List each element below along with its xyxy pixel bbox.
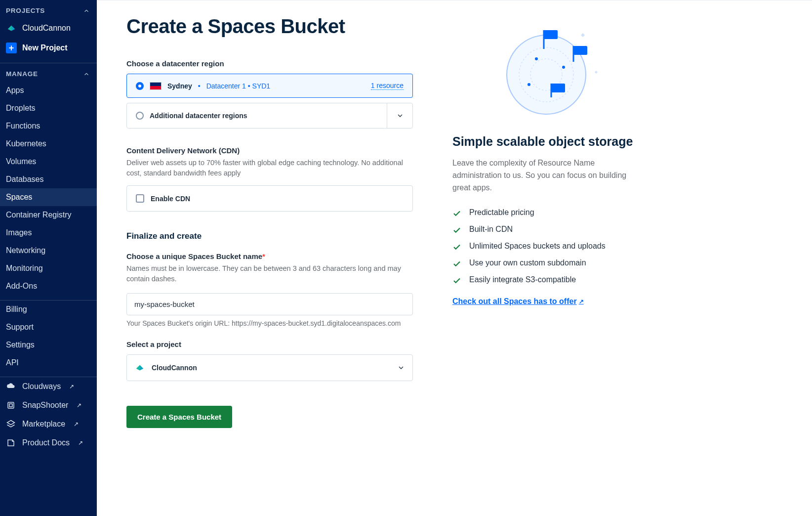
project-icon	[6, 23, 17, 34]
storage-illustration-icon	[482, 20, 610, 119]
projects-section-header[interactable]: PROJECTS	[0, 0, 97, 18]
sidebar-item-droplets[interactable]: Droplets	[0, 99, 97, 117]
check-icon	[452, 243, 461, 252]
region-name: Sydney	[167, 82, 192, 90]
cdn-heading: Content Delivery Network (CDN)	[126, 146, 413, 155]
select-project-label: Select a project	[126, 340, 413, 348]
project-select[interactable]: CloudCannon	[126, 354, 413, 381]
svg-rect-0	[8, 402, 14, 408]
radio-unselected-icon	[136, 112, 144, 120]
external-link-icon: ↗	[77, 402, 81, 409]
sidebar-item-billing[interactable]: Billing	[0, 301, 97, 318]
svg-point-7	[535, 57, 538, 60]
bucket-name-label: Choose a unique Spaces Bucket name*	[126, 252, 413, 260]
chevron-down-icon	[397, 364, 405, 372]
sidebar: PROJECTS CloudCannon + New Project MANAG…	[0, 0, 97, 516]
check-icon	[452, 259, 461, 268]
sidebar-item-container-registry[interactable]: Container Registry	[0, 206, 97, 224]
sidebar-item-apps[interactable]: Apps	[0, 82, 97, 99]
sidebar-item-databases[interactable]: Databases	[0, 171, 97, 188]
chevron-down-icon	[396, 112, 404, 120]
manage-header-label: MANAGE	[6, 70, 38, 78]
radio-selected-icon	[136, 82, 144, 90]
region-datacenter: Datacenter 1 • SYD1	[206, 82, 270, 90]
external-link-icon: ↗	[69, 383, 74, 390]
additional-regions-toggle[interactable]: Additional datacenter regions	[126, 103, 413, 129]
region-option-sydney[interactable]: Sydney • Datacenter 1 • SYD1 1 resource	[126, 74, 413, 98]
feature-item: Easily integrate S3-compatible	[452, 275, 640, 285]
sidebar-item-spaces[interactable]: Spaces	[0, 188, 97, 206]
aside-heading: Simple scalable object storage	[452, 134, 640, 149]
external-link-icon: ↗	[579, 298, 584, 305]
svg-rect-10	[573, 46, 587, 55]
feature-item: Predictable pricing	[452, 208, 640, 218]
sidebar-item-functions[interactable]: Functions	[0, 117, 97, 135]
region-section-label: Choose a datacenter region	[126, 59, 413, 68]
sidebar-footer-snapshooter[interactable]: SnapShooter↗	[0, 396, 97, 415]
feature-item: Use your own custom subdomain	[452, 258, 640, 268]
aside-description: Leave the complexity of Resource Name ad…	[452, 157, 640, 194]
feature-item: Built-in CDN	[452, 225, 640, 235]
sidebar-item-add-ons[interactable]: Add-Ons	[0, 277, 97, 295]
chevron-up-icon	[83, 7, 90, 14]
region-resource-link[interactable]: 1 resource	[371, 82, 404, 90]
svg-rect-8	[544, 30, 558, 39]
create-spaces-bucket-button[interactable]: Create a Spaces Bucket	[126, 406, 232, 428]
svg-rect-1	[9, 404, 12, 407]
sidebar-footer-product-docs[interactable]: Product Docs↗	[0, 433, 97, 452]
projects-header-label: PROJECTS	[6, 7, 45, 14]
feature-item: Unlimited Spaces buckets and uploads	[452, 242, 640, 252]
enable-cdn-label: Enable CDN	[151, 195, 190, 203]
bucket-name-description: Names must be in lowercase. They can be …	[126, 263, 413, 284]
new-project-button[interactable]: + New Project	[0, 38, 97, 58]
sidebar-item-settings[interactable]: Settings	[0, 336, 97, 354]
check-icon	[452, 209, 461, 218]
sidebar-footer-marketplace[interactable]: Marketplace↗	[0, 415, 97, 433]
sidebar-footer-cloudways[interactable]: Cloudways↗	[0, 377, 97, 396]
svg-rect-12	[551, 84, 565, 92]
page-title: Create a Spaces Bucket	[126, 15, 413, 38]
check-icon	[452, 276, 461, 285]
svg-point-6	[562, 66, 565, 69]
product-docs-icon	[6, 438, 16, 448]
marketplace-icon	[6, 419, 16, 429]
snapshooter-icon	[6, 400, 16, 410]
form-column: Create a Spaces Bucket Choose a datacent…	[126, 15, 413, 496]
feature-list: Predictable pricingBuilt-in CDNUnlimited…	[452, 208, 640, 285]
additional-regions-label: Additional datacenter regions	[150, 112, 247, 120]
sidebar-item-kubernetes[interactable]: Kubernetes	[0, 135, 97, 153]
main-content: Create a Spaces Bucket Choose a datacent…	[97, 0, 812, 516]
expand-caret[interactable]	[387, 103, 412, 128]
project-icon	[134, 362, 145, 373]
chevron-up-icon	[83, 71, 90, 78]
spaces-offer-link[interactable]: Check out all Spaces has to offer ↗	[452, 297, 584, 306]
sidebar-item-images[interactable]: Images	[0, 224, 97, 242]
bucket-name-input[interactable]	[126, 293, 413, 315]
external-link-icon: ↗	[74, 421, 79, 428]
plus-icon: +	[6, 43, 17, 53]
sidebar-project-cloudcannon[interactable]: CloudCannon	[0, 18, 97, 38]
svg-point-5	[528, 83, 530, 86]
selected-project-name: CloudCannon	[152, 364, 391, 372]
manage-section-header[interactable]: MANAGE	[0, 63, 97, 82]
project-name: CloudCannon	[22, 24, 71, 33]
flag-au-icon	[150, 82, 162, 90]
finalize-heading: Finalize and create	[126, 231, 413, 241]
cdn-description: Deliver web assets up to 70% faster with…	[126, 158, 413, 178]
sidebar-item-monitoring[interactable]: Monitoring	[0, 259, 97, 277]
external-link-icon: ↗	[78, 439, 83, 446]
origin-url-text: Your Spaces Bucket's origin URL: https:/…	[126, 319, 413, 327]
sidebar-item-networking[interactable]: Networking	[0, 242, 97, 259]
sidebar-item-support[interactable]: Support	[0, 318, 97, 336]
enable-cdn-checkbox[interactable]: Enable CDN	[126, 185, 413, 212]
new-project-label: New Project	[22, 43, 68, 52]
check-icon	[452, 226, 461, 235]
sidebar-item-volumes[interactable]: Volumes	[0, 153, 97, 171]
checkbox-unchecked-icon	[136, 194, 144, 203]
sidebar-item-api[interactable]: API	[0, 354, 97, 372]
aside-info: Simple scalable object storage Leave the…	[452, 15, 640, 496]
cloudways-icon	[6, 382, 16, 391]
